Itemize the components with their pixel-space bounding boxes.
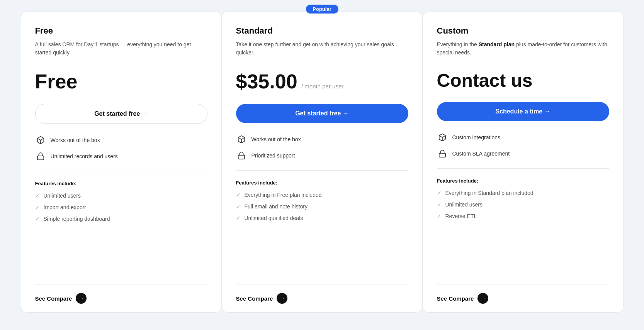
shield-icon-2 [236, 150, 247, 161]
free-highlight-1: Works out of the box [35, 135, 207, 146]
standard-feature-2-label: Full email and note history [245, 203, 308, 210]
standard-plan-name: Standard [236, 26, 408, 36]
free-cta-button[interactable]: Get started free → [35, 104, 207, 124]
free-price-area: Free [35, 70, 207, 93]
check-icon-1: ✓ [35, 193, 40, 199]
custom-price-area: Contact us [437, 70, 609, 91]
custom-highlight-1: Custom integrations [437, 132, 609, 143]
standard-see-compare-label: See Compare [236, 295, 273, 302]
free-feature-1-label: Unlimited users [44, 193, 81, 199]
free-see-compare[interactable]: See Compare [35, 284, 207, 312]
check-icon-3: ✓ [35, 216, 40, 222]
shield-icon-3 [437, 148, 448, 159]
standard-see-compare[interactable]: See Compare [236, 284, 408, 312]
custom-highlight-1-label: Custom integrations [452, 134, 501, 140]
standard-highlights: Works out of the box Prioritized support [236, 134, 408, 171]
check-icon-9: ✓ [437, 213, 442, 219]
free-card: Free A full sales CRM for Day 1 startups… [21, 12, 222, 313]
box-icon-1 [35, 135, 46, 146]
custom-see-compare-label: See Compare [437, 295, 474, 302]
standard-cta-button[interactable]: Get started free → [236, 104, 408, 123]
custom-features-label: Features include: [437, 178, 609, 184]
custom-plan-desc: Everything in the Standard plan plus mad… [437, 41, 609, 59]
custom-feature-3-label: Reverse ETL [445, 213, 477, 219]
check-icon-7: ✓ [437, 190, 442, 196]
free-features-label: Features include: [35, 181, 207, 186]
custom-feature-1: ✓ Everything in Standard plan included [437, 190, 609, 196]
standard-feature-3: ✓ Unlimited qualified deals [236, 215, 408, 221]
standard-highlight-1: Works out of the box [236, 134, 408, 145]
custom-desc-bold: Standard plan [479, 41, 515, 47]
check-icon-5: ✓ [236, 203, 241, 210]
standard-highlight-2: Prioritized support [236, 150, 408, 161]
custom-feature-2-label: Unlimited users [445, 201, 483, 208]
box-icon-3 [437, 132, 448, 143]
standard-feature-3-label: Unlimited qualified deals [245, 215, 303, 221]
custom-highlight-2: Custom SLA agreement [437, 148, 609, 159]
check-icon-6: ✓ [236, 215, 241, 221]
standard-price: $35.00 [236, 70, 297, 93]
plan-standard: Popular Standard Take it one step furthe… [222, 12, 423, 313]
svg-rect-3 [238, 155, 245, 159]
standard-price-suffix: / month per user [301, 83, 343, 90]
custom-feature-3: ✓ Reverse ETL [437, 213, 609, 219]
check-icon-8: ✓ [437, 201, 442, 208]
free-plan-name: Free [35, 26, 207, 36]
custom-features: Features include: ✓ Everything in Standa… [437, 178, 609, 284]
standard-features: Features include: ✓ Everything in Free p… [236, 180, 408, 284]
custom-highlights: Custom integrations Custom SLA agreement [437, 132, 609, 169]
free-plan-desc: A full sales CRM for Day 1 startups — ev… [35, 41, 207, 59]
custom-cta-button[interactable]: Schedule a time → [437, 102, 609, 121]
free-feature-1: ✓ Unlimited users [35, 193, 207, 199]
free-highlight-2-label: Unlimited records and users [51, 153, 118, 159]
free-highlight-1-label: Works out of the box [51, 137, 100, 143]
standard-compare-arrow [277, 293, 287, 304]
standard-highlight-1-label: Works out of the box [251, 136, 301, 142]
free-cta-label: Get started free → [94, 110, 148, 117]
box-icon-2 [236, 134, 247, 145]
free-feature-2: ✓ Import and export [35, 204, 207, 210]
free-highlights: Works out of the box Unlimited records a… [35, 135, 207, 171]
custom-feature-1-label: Everything in Standard plan included [445, 190, 534, 196]
custom-cta-label: Schedule a time → [495, 108, 550, 115]
plan-custom: Custom Everything in the Standard plan p… [423, 12, 624, 313]
standard-feature-2: ✓ Full email and note history [236, 203, 408, 210]
custom-see-compare[interactable]: See Compare [437, 284, 609, 312]
free-see-compare-label: See Compare [35, 295, 72, 302]
check-icon-4: ✓ [236, 192, 241, 198]
custom-desc-part1: Everything in the [437, 41, 479, 47]
free-features: Features include: ✓ Unlimited users ✓ Im… [35, 181, 207, 284]
popular-badge: Popular [306, 5, 338, 14]
standard-feature-1: ✓ Everything in Free plan included [236, 192, 408, 198]
standard-features-label: Features include: [236, 180, 408, 186]
standard-card: Standard Take it one step further and ge… [222, 12, 423, 313]
free-price: Free [35, 70, 78, 93]
pricing-wrapper: Free A full sales CRM for Day 1 startups… [9, 12, 635, 313]
custom-compare-arrow [477, 293, 488, 304]
free-feature-3: ✓ Simple reporting dashboard [35, 216, 207, 222]
free-feature-2-label: Import and export [44, 204, 86, 210]
standard-price-area: $35.00 / month per user [236, 70, 408, 93]
svg-rect-5 [439, 153, 445, 157]
free-highlight-2: Unlimited records and users [35, 151, 207, 162]
custom-card: Custom Everything in the Standard plan p… [423, 12, 624, 313]
check-icon-2: ✓ [35, 204, 40, 210]
plan-free: Free A full sales CRM for Day 1 startups… [21, 12, 222, 313]
custom-price: Contact us [437, 70, 533, 91]
standard-plan-desc: Take it one step further and get on with… [236, 41, 408, 59]
free-feature-3-label: Simple reporting dashboard [44, 216, 110, 222]
svg-rect-1 [37, 156, 44, 160]
standard-highlight-2-label: Prioritized support [251, 152, 295, 159]
standard-cta-label: Get started free → [295, 110, 349, 117]
standard-feature-1-label: Everything in Free plan included [245, 192, 322, 198]
custom-highlight-2-label: Custom SLA agreement [452, 151, 510, 157]
custom-plan-name: Custom [437, 26, 609, 36]
custom-feature-2: ✓ Unlimited users [437, 201, 609, 208]
free-compare-arrow [76, 293, 87, 304]
shield-icon-1 [35, 151, 46, 162]
